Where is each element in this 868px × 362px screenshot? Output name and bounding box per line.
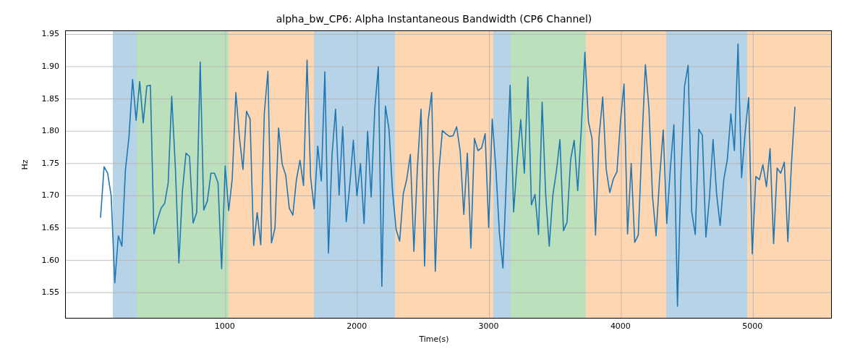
y-tick-label: 1.55: [29, 287, 59, 297]
x-tick-label: 2000: [346, 321, 367, 331]
chart-figure: alpha_bw_CP6: Alpha Instantaneous Bandwi…: [0, 0, 868, 362]
y-tick-label: 1.85: [29, 93, 59, 103]
x-tick-label: 1000: [215, 321, 235, 331]
chart-axes: [65, 30, 832, 319]
y-axis-label: Hz: [20, 159, 30, 169]
x-axis-label: Time(s): [0, 334, 868, 344]
chart-title: alpha_bw_CP6: Alpha Instantaneous Bandwi…: [0, 13, 868, 25]
y-tick-label: 1.65: [29, 223, 59, 232]
gridlines: [66, 31, 831, 318]
y-tick-label: 1.75: [29, 158, 59, 167]
y-tick-label: 1.90: [29, 62, 59, 71]
data-line: [101, 44, 795, 306]
y-tick-label: 1.60: [29, 255, 59, 264]
y-tick-label: 1.70: [29, 190, 59, 200]
x-tick-label: 3000: [479, 321, 499, 331]
y-tick-label: 1.80: [29, 126, 59, 135]
y-tick-label: 1.95: [29, 29, 59, 38]
x-tick-label: 5000: [742, 321, 762, 331]
x-tick-label: 4000: [610, 321, 631, 331]
plot-svg: [66, 31, 831, 318]
